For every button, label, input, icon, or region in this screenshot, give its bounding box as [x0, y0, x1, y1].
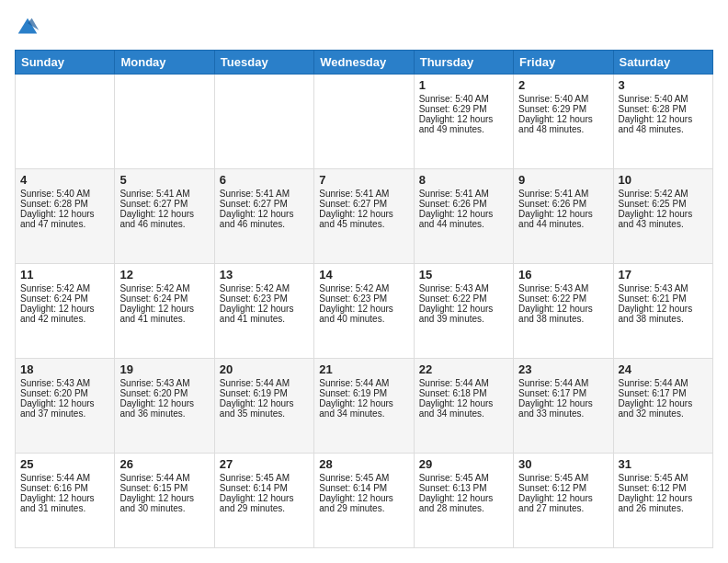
- calendar-cell: 5Sunrise: 5:41 AMSunset: 6:27 PMDaylight…: [115, 169, 214, 264]
- calendar-cell: 25Sunrise: 5:44 AMSunset: 6:16 PMDayligh…: [16, 454, 115, 548]
- day-info: Daylight: 12 hours and 27 minutes.: [518, 493, 608, 513]
- day-info: Sunset: 6:20 PM: [20, 388, 109, 398]
- day-header-sunday: Sunday: [16, 51, 115, 75]
- calendar-cell: 29Sunrise: 5:45 AMSunset: 6:13 PMDayligh…: [414, 454, 513, 548]
- day-info: Daylight: 12 hours and 31 minutes.: [20, 493, 109, 513]
- day-number: 23: [518, 362, 608, 376]
- day-number: 4: [20, 173, 109, 187]
- day-info: Sunrise: 5:45 AM: [518, 473, 608, 483]
- day-info: Daylight: 12 hours and 48 minutes.: [619, 114, 708, 134]
- day-number: 15: [419, 268, 508, 282]
- calendar-cell: 7Sunrise: 5:41 AMSunset: 6:27 PMDaylight…: [314, 169, 414, 264]
- day-info: Daylight: 12 hours and 42 minutes.: [20, 304, 109, 324]
- header: [15, 15, 713, 40]
- calendar-cell: [16, 75, 115, 169]
- calendar-cell: 20Sunrise: 5:44 AMSunset: 6:19 PMDayligh…: [214, 359, 313, 454]
- day-info: Sunset: 6:20 PM: [119, 388, 209, 398]
- day-info: Sunrise: 5:40 AM: [419, 94, 508, 104]
- day-info: Daylight: 12 hours and 41 minutes.: [119, 304, 209, 324]
- calendar-table: SundayMondayTuesdayWednesdayThursdayFrid…: [15, 50, 713, 548]
- day-header-thursday: Thursday: [414, 51, 513, 75]
- day-info: Sunrise: 5:42 AM: [319, 283, 408, 293]
- calendar-cell: 13Sunrise: 5:42 AMSunset: 6:23 PMDayligh…: [214, 264, 313, 359]
- page: SundayMondayTuesdayWednesdayThursdayFrid…: [0, 0, 728, 563]
- day-info: Sunset: 6:19 PM: [319, 388, 408, 398]
- day-info: Sunset: 6:27 PM: [119, 199, 209, 209]
- calendar-cell: 2Sunrise: 5:40 AMSunset: 6:29 PMDaylight…: [514, 75, 613, 169]
- day-info: Sunrise: 5:43 AM: [20, 378, 109, 388]
- calendar-cell: 17Sunrise: 5:43 AMSunset: 6:21 PMDayligh…: [613, 264, 712, 359]
- day-number: 1: [419, 78, 508, 92]
- day-info: Daylight: 12 hours and 33 minutes.: [518, 398, 608, 419]
- day-info: Daylight: 12 hours and 29 minutes.: [319, 493, 408, 513]
- day-number: 10: [619, 173, 708, 187]
- day-info: Sunset: 6:27 PM: [220, 199, 309, 209]
- day-info: Sunrise: 5:41 AM: [518, 189, 608, 199]
- day-info: Sunset: 6:24 PM: [20, 293, 109, 304]
- day-info: Sunset: 6:16 PM: [20, 483, 109, 493]
- day-number: 19: [119, 362, 209, 376]
- calendar-cell: 28Sunrise: 5:45 AMSunset: 6:14 PMDayligh…: [314, 454, 414, 548]
- day-info: Sunset: 6:12 PM: [518, 483, 608, 493]
- day-info: Sunset: 6:15 PM: [119, 483, 209, 493]
- day-info: Sunset: 6:21 PM: [619, 293, 708, 304]
- day-number: 31: [619, 457, 708, 471]
- day-number: 24: [619, 362, 708, 376]
- week-row-0: 1Sunrise: 5:40 AMSunset: 6:29 PMDaylight…: [16, 75, 713, 169]
- day-info: Sunset: 6:17 PM: [619, 388, 708, 398]
- day-info: Sunrise: 5:40 AM: [518, 94, 608, 104]
- day-number: 8: [419, 173, 508, 187]
- day-info: Sunrise: 5:45 AM: [220, 473, 309, 483]
- day-info: Daylight: 12 hours and 32 minutes.: [619, 398, 708, 419]
- day-number: 2: [518, 78, 608, 92]
- calendar-cell: 14Sunrise: 5:42 AMSunset: 6:23 PMDayligh…: [314, 264, 414, 359]
- day-info: Daylight: 12 hours and 30 minutes.: [119, 493, 209, 513]
- calendar-header-row: SundayMondayTuesdayWednesdayThursdayFrid…: [16, 51, 713, 75]
- day-info: Daylight: 12 hours and 38 minutes.: [518, 304, 608, 324]
- calendar-cell: 22Sunrise: 5:44 AMSunset: 6:18 PMDayligh…: [414, 359, 513, 454]
- day-info: Sunset: 6:28 PM: [619, 104, 708, 114]
- day-info: Sunrise: 5:43 AM: [518, 283, 608, 293]
- calendar-cell: [115, 75, 214, 169]
- day-info: Sunrise: 5:44 AM: [119, 473, 209, 483]
- day-info: Daylight: 12 hours and 38 minutes.: [619, 304, 708, 324]
- day-info: Sunrise: 5:44 AM: [220, 378, 309, 388]
- calendar-cell: 6Sunrise: 5:41 AMSunset: 6:27 PMDaylight…: [214, 169, 313, 264]
- day-number: 12: [119, 268, 209, 282]
- day-info: Sunset: 6:28 PM: [20, 199, 109, 209]
- day-info: Sunset: 6:14 PM: [319, 483, 408, 493]
- day-info: Sunrise: 5:41 AM: [119, 189, 209, 199]
- day-info: Sunrise: 5:43 AM: [119, 378, 209, 388]
- day-info: Daylight: 12 hours and 29 minutes.: [220, 493, 309, 513]
- calendar-cell: 10Sunrise: 5:42 AMSunset: 6:25 PMDayligh…: [613, 169, 712, 264]
- day-info: Sunrise: 5:44 AM: [518, 378, 608, 388]
- day-number: 29: [419, 457, 508, 471]
- day-info: Sunrise: 5:44 AM: [619, 378, 708, 388]
- day-info: Sunrise: 5:43 AM: [619, 283, 708, 293]
- calendar-cell: 12Sunrise: 5:42 AMSunset: 6:24 PMDayligh…: [115, 264, 214, 359]
- week-row-1: 4Sunrise: 5:40 AMSunset: 6:28 PMDaylight…: [16, 169, 713, 264]
- calendar-cell: 26Sunrise: 5:44 AMSunset: 6:15 PMDayligh…: [115, 454, 214, 548]
- day-info: Sunset: 6:22 PM: [419, 293, 508, 304]
- logo-icon: [15, 15, 40, 40]
- day-info: Daylight: 12 hours and 46 minutes.: [220, 209, 309, 229]
- calendar-cell: 27Sunrise: 5:45 AMSunset: 6:14 PMDayligh…: [214, 454, 313, 548]
- day-number: 14: [319, 268, 408, 282]
- day-info: Daylight: 12 hours and 46 minutes.: [119, 209, 209, 229]
- day-info: Daylight: 12 hours and 41 minutes.: [220, 304, 309, 324]
- day-info: Daylight: 12 hours and 45 minutes.: [319, 209, 408, 229]
- calendar-cell: 19Sunrise: 5:43 AMSunset: 6:20 PMDayligh…: [115, 359, 214, 454]
- day-number: 18: [20, 362, 109, 376]
- week-row-3: 18Sunrise: 5:43 AMSunset: 6:20 PMDayligh…: [16, 359, 713, 454]
- day-header-friday: Friday: [514, 51, 613, 75]
- day-info: Sunset: 6:19 PM: [220, 388, 309, 398]
- day-number: 6: [220, 173, 309, 187]
- day-info: Sunset: 6:18 PM: [419, 388, 508, 398]
- day-info: Sunset: 6:29 PM: [518, 104, 608, 114]
- day-info: Sunrise: 5:42 AM: [619, 189, 708, 199]
- day-info: Sunrise: 5:42 AM: [20, 283, 109, 293]
- day-header-saturday: Saturday: [613, 51, 712, 75]
- day-header-monday: Monday: [115, 51, 214, 75]
- day-header-tuesday: Tuesday: [214, 51, 313, 75]
- day-info: Sunrise: 5:44 AM: [20, 473, 109, 483]
